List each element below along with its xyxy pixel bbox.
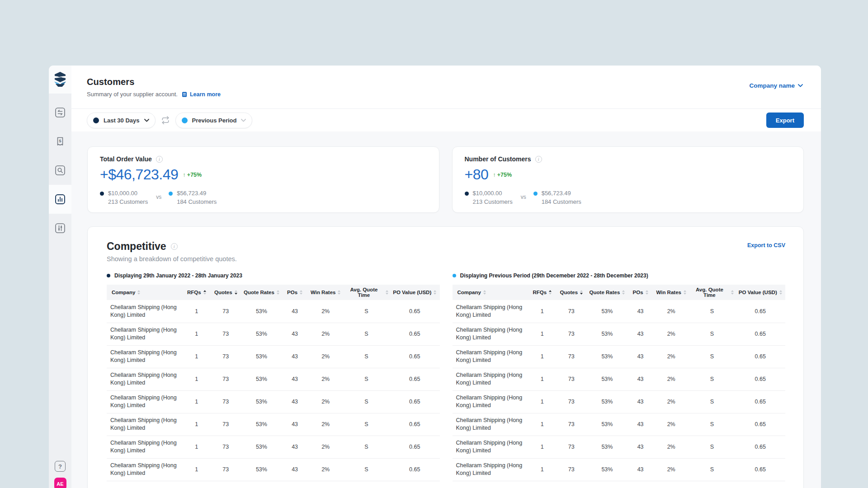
table-caption: Displaying 29th January 2022 - 28th Janu… bbox=[114, 272, 242, 279]
column-header-pos[interactable]: POs bbox=[282, 285, 308, 300]
sort-arrows-icon bbox=[731, 290, 734, 295]
column-header-quote-rates[interactable]: Quote Rates bbox=[587, 285, 627, 300]
chevron-down-icon bbox=[798, 84, 803, 87]
column-header-quotes[interactable]: Quotes bbox=[210, 285, 241, 300]
export-button[interactable]: Export bbox=[766, 113, 804, 128]
delta-badge: ↑ +75% bbox=[493, 171, 512, 178]
table-row: Chellaram Shipping (Hong Kong) Limited17… bbox=[107, 413, 440, 436]
sort-arrows-icon bbox=[684, 290, 686, 295]
sidebar-bottom: ? AE bbox=[49, 461, 71, 488]
table-header-row: CompanyRFQsQuotesQuote RatesPOsWin Rates… bbox=[107, 285, 440, 300]
metrics-row: Total Order Value +$46,723.49 ↑ +75% bbox=[87, 146, 804, 213]
column-header-rfqs[interactable]: RFQs bbox=[529, 285, 556, 300]
company-selector[interactable]: Company name bbox=[749, 82, 803, 89]
table-caption-dot bbox=[453, 274, 456, 277]
up-arrow-icon: ↑ bbox=[183, 171, 186, 178]
secondary-amount: $56,723.49 bbox=[177, 189, 217, 198]
filter-bar: Last 30 Days Previous Period Export bbox=[71, 108, 821, 131]
column-header-rfqs[interactable]: RFQs bbox=[183, 285, 210, 300]
primary-legend-dot bbox=[465, 192, 469, 196]
compare-period-dot bbox=[182, 117, 188, 123]
secondary-legend-dot bbox=[169, 192, 173, 196]
competitive-section: Competitive Showing a breakdown of compe… bbox=[87, 226, 804, 488]
column-header-avg-quote-time[interactable]: Avg. Quote Time bbox=[343, 285, 390, 300]
metric-title: Total Order Value bbox=[100, 155, 152, 163]
info-icon[interactable] bbox=[535, 156, 542, 163]
table-row: Chellaram Shipping (Hong Kong) Limited17… bbox=[107, 300, 440, 323]
sliders-icon bbox=[55, 223, 65, 233]
up-arrow-icon: ↑ bbox=[493, 171, 496, 178]
table-caption: Displaying Previous Period (29th Decemeb… bbox=[460, 272, 648, 279]
metric-card-total-order-value: Total Order Value +$46,723.49 ↑ +75% bbox=[87, 146, 439, 213]
secondary-customers: 184 Customers bbox=[542, 198, 581, 206]
sidebar-item-billing[interactable]: $ bbox=[49, 127, 71, 156]
chevron-down-icon bbox=[144, 119, 149, 122]
learn-more-link[interactable]: Learn more bbox=[181, 91, 221, 98]
compare-period-dropdown[interactable]: Previous Period bbox=[175, 113, 253, 128]
column-header-company[interactable]: Company bbox=[107, 285, 183, 300]
bar-chart-icon bbox=[55, 194, 65, 204]
chevron-down-icon bbox=[241, 119, 246, 122]
column-header-company[interactable]: Company bbox=[453, 285, 529, 300]
help-button[interactable]: ? bbox=[55, 461, 66, 472]
column-header-pos[interactable]: POs bbox=[627, 285, 654, 300]
competitive-table: Displaying Previous Period (29th Decemeb… bbox=[453, 272, 786, 481]
table-row: Chellaram Shipping (Hong Kong) Limited17… bbox=[453, 436, 786, 458]
sort-arrows-icon bbox=[646, 290, 648, 295]
sort-arrows-icon bbox=[203, 290, 206, 295]
table-row: Chellaram Shipping (Hong Kong) Limited17… bbox=[453, 413, 786, 436]
sort-arrows-icon bbox=[549, 290, 552, 295]
info-icon[interactable] bbox=[156, 156, 163, 163]
primary-period-dot bbox=[93, 117, 99, 123]
primary-amount: $10,000.00 bbox=[473, 189, 513, 198]
sidebar: $ ? bbox=[49, 66, 71, 488]
sidebar-item-analytics[interactable] bbox=[49, 185, 71, 214]
column-header-win-rates[interactable]: Win Rates bbox=[654, 285, 689, 300]
delta-badge: ↑ +75% bbox=[183, 171, 202, 178]
vs-label: vs bbox=[156, 193, 161, 201]
search-icon bbox=[55, 165, 65, 175]
primary-customers: 213 Customers bbox=[108, 198, 148, 206]
table-row: Chellaram Shipping (Hong Kong) Limited17… bbox=[107, 323, 440, 345]
sort-arrows-icon bbox=[580, 290, 583, 295]
avatar[interactable]: AE bbox=[54, 478, 66, 488]
table-row: Chellaram Shipping (Hong Kong) Limited17… bbox=[453, 300, 786, 323]
metric-value: +$46,723.49 bbox=[100, 166, 178, 183]
sidebar-item-transactions[interactable] bbox=[49, 98, 71, 127]
receipt-dollar-icon: $ bbox=[55, 136, 65, 146]
sidebar-item-search[interactable] bbox=[49, 156, 71, 185]
sort-arrows-icon bbox=[338, 290, 340, 295]
table-row: Chellaram Shipping (Hong Kong) Limited17… bbox=[107, 345, 440, 368]
swap-horizontal-icon bbox=[55, 108, 65, 117]
competitive-title: Competitive bbox=[107, 240, 166, 253]
column-header-po-value-usd-[interactable]: PO Value (USD) bbox=[390, 285, 440, 300]
sort-arrows-icon bbox=[386, 290, 388, 295]
secondary-customers: 184 Customers bbox=[177, 198, 217, 206]
comparison-legend: $10,000.00 213 Customers vs $56,723.49 1… bbox=[465, 189, 792, 206]
content-area: Total Order Value +$46,723.49 ↑ +75% bbox=[71, 131, 821, 488]
sort-arrows-icon bbox=[434, 290, 436, 295]
primary-period-dropdown[interactable]: Last 30 Days bbox=[87, 113, 156, 128]
column-header-avg-quote-time[interactable]: Avg. Quote Time bbox=[689, 285, 735, 300]
table-header-row: CompanyRFQsQuotesQuote RatesPOsWin Rates… bbox=[453, 285, 786, 300]
primary-legend-dot bbox=[100, 192, 104, 196]
compare-swap-icon[interactable] bbox=[161, 116, 170, 124]
info-icon[interactable] bbox=[171, 243, 178, 250]
app-panel: $ ? bbox=[49, 66, 821, 488]
column-header-quote-rates[interactable]: Quote Rates bbox=[241, 285, 281, 300]
metric-card-number-of-customers: Number of Customers +80 ↑ +75% bbox=[452, 146, 804, 213]
table-row: Chellaram Shipping (Hong Kong) Limited17… bbox=[453, 390, 786, 413]
brand-logo[interactable] bbox=[49, 66, 71, 94]
column-header-po-value-usd-[interactable]: PO Value (USD) bbox=[735, 285, 785, 300]
sort-arrows-icon bbox=[779, 290, 782, 295]
export-to-csv-link[interactable]: Export to CSV bbox=[747, 242, 785, 249]
column-header-win-rates[interactable]: Win Rates bbox=[308, 285, 343, 300]
table-row: Chellaram Shipping (Hong Kong) Limited17… bbox=[453, 458, 786, 481]
table-row: Chellaram Shipping (Hong Kong) Limited17… bbox=[107, 390, 440, 413]
column-header-quotes[interactable]: Quotes bbox=[556, 285, 587, 300]
competitive-table: Displaying 29th January 2022 - 28th Janu… bbox=[107, 272, 440, 481]
book-icon bbox=[181, 91, 188, 98]
main-area: Customers Summary of your supplier accou… bbox=[71, 66, 821, 488]
sidebar-item-preferences[interactable] bbox=[49, 214, 71, 243]
sort-arrows-icon bbox=[622, 290, 625, 295]
